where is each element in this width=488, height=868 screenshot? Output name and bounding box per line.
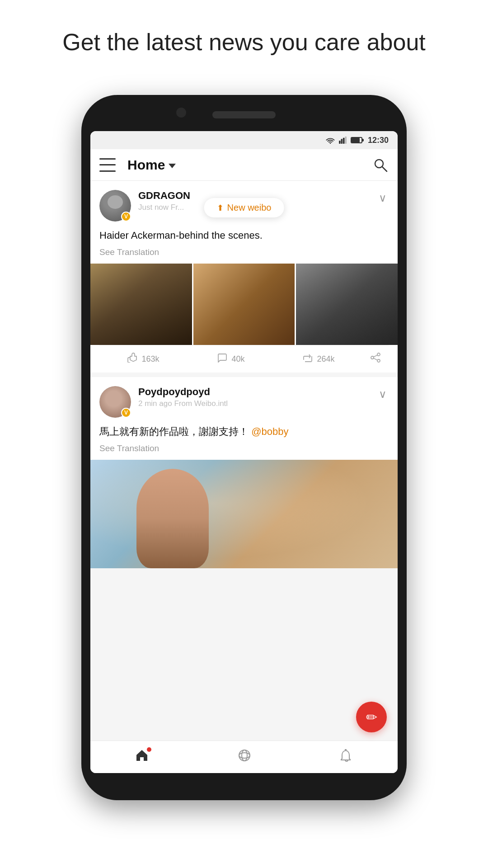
- phone-shell: 12:30 Home ⬆ New weibo: [81, 95, 407, 800]
- post-image-2[interactable]: [193, 264, 295, 345]
- post-content: Haider Ackerman-behind the scenes.: [99, 228, 389, 243]
- expand-button[interactable]: ∨: [377, 190, 389, 206]
- repost-icon: [302, 353, 313, 365]
- post-card: V Poydpoydpoyd 2 min ago From Weibo.intl…: [90, 377, 398, 568]
- svg-line-6: [382, 167, 387, 171]
- search-button[interactable]: [372, 157, 389, 173]
- verified-badge: V: [121, 212, 131, 222]
- svg-line-11: [374, 359, 377, 360]
- repost-button[interactable]: 264k: [275, 353, 362, 365]
- avatar-wrap: V: [99, 190, 131, 222]
- avatar-wrap: V: [99, 386, 131, 418]
- post-actions: 163k 40k: [99, 345, 389, 373]
- svg-rect-4: [345, 137, 347, 144]
- nav-notifications[interactable]: [331, 745, 362, 769]
- phone-screen: 12:30 Home ⬆ New weibo: [90, 131, 398, 773]
- nav-home[interactable]: [126, 745, 158, 769]
- share-button[interactable]: [362, 353, 389, 365]
- post-header: V Poydpoydpoyd 2 min ago From Weibo.intl…: [99, 386, 389, 418]
- menu-line-1: [99, 158, 116, 160]
- svg-point-12: [239, 753, 250, 758]
- post-content: 馬上就有新的作品啦，謝謝支持！ @bobby: [99, 424, 389, 439]
- notification-dot: [147, 747, 151, 752]
- comment-count: 40k: [231, 354, 244, 364]
- app-header: Home: [90, 149, 398, 181]
- post-mention[interactable]: @bobby: [251, 426, 288, 437]
- page-headline: Get the latest news you care about: [0, 0, 488, 76]
- verified-badge: V: [121, 408, 131, 418]
- new-weibo-label: New weibo: [227, 203, 272, 213]
- home-icon: [135, 749, 149, 765]
- post-image-grid: [90, 264, 398, 345]
- status-bar: 12:30: [90, 131, 398, 149]
- post-image-face: [136, 469, 209, 568]
- status-icons: 12:30: [325, 136, 389, 145]
- svg-point-13: [242, 750, 247, 761]
- see-translation-button[interactable]: See Translation: [99, 443, 389, 453]
- svg-point-9: [371, 356, 374, 359]
- like-button[interactable]: 163k: [99, 353, 187, 365]
- post-image-1[interactable]: [90, 264, 192, 345]
- expand-button[interactable]: ∨: [377, 386, 389, 402]
- post-image-3[interactable]: [296, 264, 398, 345]
- post-time: 2 min ago From Weibo.intl: [138, 399, 377, 408]
- svg-rect-2: [341, 139, 343, 144]
- svg-point-0: [330, 143, 331, 144]
- bottom-nav: [90, 741, 398, 773]
- post-meta: Poydpoydpoyd 2 min ago From Weibo.intl: [138, 386, 377, 408]
- menu-button[interactable]: [99, 158, 116, 172]
- nav-discover[interactable]: [229, 745, 260, 769]
- header-title[interactable]: Home: [127, 157, 176, 173]
- status-time: 12:30: [368, 136, 389, 145]
- svg-rect-3: [343, 138, 345, 144]
- svg-line-10: [374, 355, 377, 357]
- repost-count: 264k: [317, 354, 334, 364]
- signal-icon: [339, 137, 347, 144]
- svg-rect-1: [339, 141, 341, 144]
- wifi-icon: [325, 137, 335, 144]
- post-username: Poydpoydpoyd: [138, 386, 377, 398]
- compose-fab[interactable]: ✏: [356, 702, 387, 732]
- new-weibo-pill[interactable]: ⬆ New weibo: [204, 198, 284, 217]
- menu-line-2: [99, 164, 116, 165]
- phone-speaker: [212, 111, 276, 118]
- bell-icon: [340, 749, 353, 765]
- comment-button[interactable]: 40k: [187, 353, 275, 365]
- phone-camera: [176, 108, 186, 118]
- svg-point-14: [239, 750, 250, 761]
- search-icon: [372, 157, 389, 173]
- see-translation-button[interactable]: See Translation: [99, 247, 389, 257]
- menu-line-3: [99, 170, 116, 172]
- svg-point-7: [377, 353, 380, 356]
- comment-icon: [217, 353, 228, 365]
- compose-icon: ✏: [366, 709, 377, 725]
- post-image[interactable]: [90, 460, 398, 568]
- like-icon: [127, 353, 138, 365]
- header-title-text: Home: [127, 157, 165, 173]
- chevron-down-icon: [169, 164, 176, 168]
- feed: V GDRAGON Just now Fr... ∨ Haider Ackerm…: [90, 181, 398, 741]
- battery-icon: [351, 137, 362, 143]
- like-count: 163k: [141, 354, 159, 364]
- svg-point-8: [377, 359, 380, 362]
- new-weibo-arrow-icon: ⬆: [217, 203, 224, 213]
- discover-icon: [238, 749, 251, 765]
